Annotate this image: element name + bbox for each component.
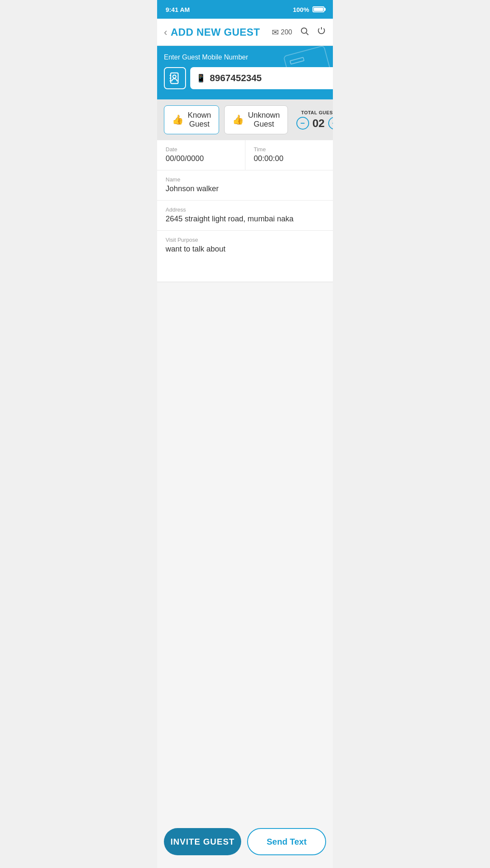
power-button[interactable] xyxy=(317,26,326,38)
svg-point-0 xyxy=(301,28,307,33)
date-label: Date xyxy=(166,146,237,153)
date-field: Date 00/00/0000 xyxy=(157,140,245,170)
address-label: Address xyxy=(166,206,324,213)
name-label: Name xyxy=(166,176,324,183)
name-field[interactable]: Name Johnson walker xyxy=(157,170,333,201)
phone-icon: 📱 xyxy=(196,74,206,83)
battery-icon xyxy=(313,6,324,12)
total-guest-box: TOTAL GUEST − 02 + xyxy=(293,110,333,130)
mail-button[interactable]: ✉ 200 xyxy=(272,27,292,37)
invite-guest-button[interactable]: INVITE GUEST xyxy=(164,828,241,855)
visit-purpose-value: want to talk about xyxy=(166,245,324,254)
visit-purpose-label: Visit Purpose xyxy=(166,237,324,243)
address-value: 2645 straight light road, mumbai naka xyxy=(166,215,324,223)
phone-input-section: Enter Guest Mobile Number 📱 xyxy=(157,46,333,99)
decrement-guest-button[interactable]: − xyxy=(296,117,309,130)
time-field: Time 00:00:00 xyxy=(245,140,333,170)
battery-percentage: 100% xyxy=(293,6,309,13)
guest-type-section: 👍 Known Guest 👍 Unknown Guest TOTAL GUES… xyxy=(157,99,333,140)
total-guest-label: TOTAL GUEST xyxy=(301,110,333,115)
header-right: ✉ 200 xyxy=(272,26,326,38)
svg-point-3 xyxy=(173,75,176,79)
back-button[interactable]: ‹ xyxy=(164,26,167,38)
svg-line-1 xyxy=(306,33,308,35)
send-text-button[interactable]: Send Text xyxy=(247,828,326,855)
known-guest-button[interactable]: 👍 Known Guest xyxy=(164,105,219,134)
unknown-guest-button[interactable]: 👍 Unknown Guest xyxy=(224,105,288,134)
thumbs-up-icon: 👍 xyxy=(172,114,183,125)
unknown-guest-label: Unknown Guest xyxy=(248,111,280,129)
status-time: 9:41 AM xyxy=(166,6,190,13)
time-label: Time xyxy=(254,146,325,153)
search-button[interactable] xyxy=(300,26,309,38)
contact-book-icon[interactable] xyxy=(164,67,186,89)
date-value: 00/00/0000 xyxy=(166,154,237,163)
guest-counter: − 02 + xyxy=(296,117,333,130)
name-value: Johnson walker xyxy=(166,184,324,193)
status-right: 100% xyxy=(293,6,324,13)
bottom-action-bar: INVITE GUEST Send Text xyxy=(157,820,333,868)
empty-area xyxy=(157,282,333,820)
form-section: Date 00/00/0000 Time 00:00:00 Name Johns… xyxy=(157,140,333,282)
header-left: ‹ ADD NEW GUEST xyxy=(164,26,260,38)
visit-purpose-field[interactable]: Visit Purpose want to talk about xyxy=(157,231,333,282)
header: ‹ ADD NEW GUEST ✉ 200 xyxy=(157,19,333,46)
time-value: 00:00:00 xyxy=(254,154,325,163)
page-title: ADD NEW GUEST xyxy=(171,26,260,38)
known-guest-label: Known Guest xyxy=(188,111,211,129)
increment-guest-button[interactable]: + xyxy=(328,117,333,130)
thumbs-up-icon-2: 👍 xyxy=(232,114,244,125)
mail-icon: ✉ xyxy=(272,27,279,37)
date-time-row: Date 00/00/0000 Time 00:00:00 xyxy=(157,140,333,170)
guest-count-value: 02 xyxy=(313,117,325,130)
address-field[interactable]: Address 2645 straight light road, mumbai… xyxy=(157,201,333,231)
mail-count: 200 xyxy=(281,28,292,36)
status-bar: 9:41 AM 100% xyxy=(157,0,333,19)
